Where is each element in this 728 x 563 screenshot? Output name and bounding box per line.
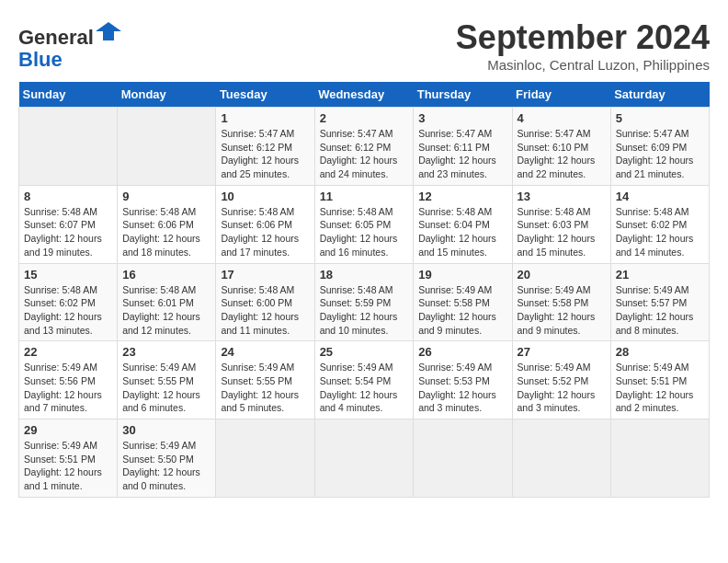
day-number: 27 [518,345,606,359]
day-number: 20 [518,268,606,282]
day-number: 11 [320,190,409,203]
table-row: 2 Sunrise: 5:47 AMSunset: 6:12 PMDayligh… [314,108,414,186]
day-detail: Sunrise: 5:47 AMSunset: 6:12 PMDaylight:… [221,128,299,179]
calendar-week-row: 8 Sunrise: 5:48 AMSunset: 6:07 PMDayligh… [19,185,710,263]
day-detail: Sunrise: 5:49 AMSunset: 5:53 PMDaylight:… [418,362,496,413]
weekday-header: Wednesday [314,82,414,108]
day-number: 19 [418,268,506,282]
logo: General Blue [18,18,121,71]
day-detail: Sunrise: 5:47 AMSunset: 6:09 PMDaylight:… [616,128,694,179]
weekday-header: Saturday [610,82,709,108]
weekday-header: Thursday [414,82,512,108]
day-number: 5 [616,111,704,125]
table-row: 12 Sunrise: 5:48 AMSunset: 6:04 PMDaylig… [414,185,512,263]
title-block: September 2024 Masinloc, Central Luzon, … [456,18,710,73]
day-number: 16 [122,268,210,282]
day-number: 12 [418,190,506,203]
calendar-week-row: 15 Sunrise: 5:48 AMSunset: 6:02 PMDaylig… [19,263,710,341]
day-number: 3 [418,111,506,125]
logo-blue: Blue [18,48,63,71]
day-detail: Sunrise: 5:49 AMSunset: 5:50 PMDaylight:… [122,440,200,491]
table-row [512,419,610,498]
day-number: 28 [616,345,704,359]
day-detail: Sunrise: 5:49 AMSunset: 5:56 PMDaylight:… [24,362,102,413]
table-row: 18 Sunrise: 5:48 AMSunset: 5:59 PMDaylig… [314,263,414,341]
table-row: 14 Sunrise: 5:48 AMSunset: 6:02 PMDaylig… [610,185,709,263]
day-detail: Sunrise: 5:48 AMSunset: 6:02 PMDaylight:… [616,206,694,258]
page-header: General Blue September 2024 Masinloc, Ce… [18,18,710,73]
day-detail: Sunrise: 5:48 AMSunset: 6:07 PMDaylight:… [24,206,102,258]
day-number: 4 [518,111,606,125]
day-number: 15 [24,268,112,282]
day-detail: Sunrise: 5:48 AMSunset: 6:06 PMDaylight:… [122,206,200,258]
day-detail: Sunrise: 5:48 AMSunset: 6:03 PMDaylight:… [518,206,596,258]
table-row: 27 Sunrise: 5:49 AMSunset: 5:52 PMDaylig… [512,341,610,419]
weekday-header: Monday [118,82,216,108]
table-row [118,108,216,186]
day-detail: Sunrise: 5:49 AMSunset: 5:55 PMDaylight:… [122,362,200,413]
day-detail: Sunrise: 5:49 AMSunset: 5:57 PMDaylight:… [616,284,694,336]
day-detail: Sunrise: 5:48 AMSunset: 6:01 PMDaylight:… [122,284,200,336]
table-row: 11 Sunrise: 5:48 AMSunset: 6:05 PMDaylig… [314,185,414,263]
table-row: 19 Sunrise: 5:49 AMSunset: 5:58 PMDaylig… [414,263,512,341]
table-row: 9 Sunrise: 5:48 AMSunset: 6:06 PMDayligh… [118,185,216,263]
location-title: Masinloc, Central Luzon, Philippines [456,57,710,73]
day-number: 24 [221,345,309,359]
table-row: 25 Sunrise: 5:49 AMSunset: 5:54 PMDaylig… [314,341,414,419]
table-row: 8 Sunrise: 5:48 AMSunset: 6:07 PMDayligh… [19,185,118,263]
day-detail: Sunrise: 5:49 AMSunset: 5:51 PMDaylight:… [24,440,102,491]
weekday-header: Tuesday [216,82,314,108]
day-number: 14 [616,190,704,203]
table-row [216,419,314,498]
calendar-week-row: 1 Sunrise: 5:47 AMSunset: 6:12 PMDayligh… [19,108,710,186]
table-row [414,419,512,498]
calendar-week-row: 29 Sunrise: 5:49 AMSunset: 5:51 PMDaylig… [19,419,710,498]
table-row: 5 Sunrise: 5:47 AMSunset: 6:09 PMDayligh… [610,108,709,186]
month-title: September 2024 [456,18,710,57]
day-detail: Sunrise: 5:48 AMSunset: 6:02 PMDaylight:… [24,284,102,336]
day-number: 30 [122,423,210,437]
day-number: 21 [616,268,704,282]
day-detail: Sunrise: 5:47 AMSunset: 6:12 PMDaylight:… [320,128,398,179]
day-number: 25 [320,345,409,359]
day-detail: Sunrise: 5:47 AMSunset: 6:11 PMDaylight:… [418,128,496,179]
calendar-week-row: 22 Sunrise: 5:49 AMSunset: 5:56 PMDaylig… [19,341,710,419]
table-row: 28 Sunrise: 5:49 AMSunset: 5:51 PMDaylig… [610,341,709,419]
day-detail: Sunrise: 5:49 AMSunset: 5:51 PMDaylight:… [616,362,694,413]
table-row: 13 Sunrise: 5:48 AMSunset: 6:03 PMDaylig… [512,185,610,263]
table-row: 21 Sunrise: 5:49 AMSunset: 5:57 PMDaylig… [610,263,709,341]
day-detail: Sunrise: 5:49 AMSunset: 5:52 PMDaylight:… [518,362,596,413]
logo-general: General [18,26,94,49]
table-row [314,419,414,498]
table-row: 23 Sunrise: 5:49 AMSunset: 5:55 PMDaylig… [118,341,216,419]
day-detail: Sunrise: 5:49 AMSunset: 5:55 PMDaylight:… [221,362,299,413]
day-detail: Sunrise: 5:48 AMSunset: 6:06 PMDaylight:… [221,206,299,258]
day-detail: Sunrise: 5:47 AMSunset: 6:10 PMDaylight:… [518,128,596,179]
day-number: 23 [122,345,210,359]
day-number: 17 [221,268,309,282]
day-detail: Sunrise: 5:49 AMSunset: 5:58 PMDaylight:… [418,284,496,336]
day-number: 1 [221,111,309,125]
day-number: 10 [221,190,309,203]
day-number: 22 [24,345,112,359]
day-detail: Sunrise: 5:48 AMSunset: 6:04 PMDaylight:… [418,206,496,258]
table-row: 3 Sunrise: 5:47 AMSunset: 6:11 PMDayligh… [414,108,512,186]
weekday-header: Sunday [19,82,118,108]
day-detail: Sunrise: 5:49 AMSunset: 5:58 PMDaylight:… [518,284,596,336]
day-number: 8 [24,190,112,203]
day-number: 2 [320,111,409,125]
day-number: 18 [320,268,409,282]
day-number: 26 [418,345,506,359]
table-row: 29 Sunrise: 5:49 AMSunset: 5:51 PMDaylig… [19,419,118,498]
table-row: 30 Sunrise: 5:49 AMSunset: 5:50 PMDaylig… [118,419,216,498]
day-number: 13 [518,190,606,203]
weekday-header: Friday [512,82,610,108]
day-detail: Sunrise: 5:49 AMSunset: 5:54 PMDaylight:… [320,362,398,413]
table-row: 22 Sunrise: 5:49 AMSunset: 5:56 PMDaylig… [19,341,118,419]
table-row [19,108,118,186]
day-detail: Sunrise: 5:48 AMSunset: 5:59 PMDaylight:… [320,284,398,336]
table-row: 4 Sunrise: 5:47 AMSunset: 6:10 PMDayligh… [512,108,610,186]
table-row: 1 Sunrise: 5:47 AMSunset: 6:12 PMDayligh… [216,108,314,186]
table-row: 16 Sunrise: 5:48 AMSunset: 6:01 PMDaylig… [118,263,216,341]
table-row [610,419,709,498]
